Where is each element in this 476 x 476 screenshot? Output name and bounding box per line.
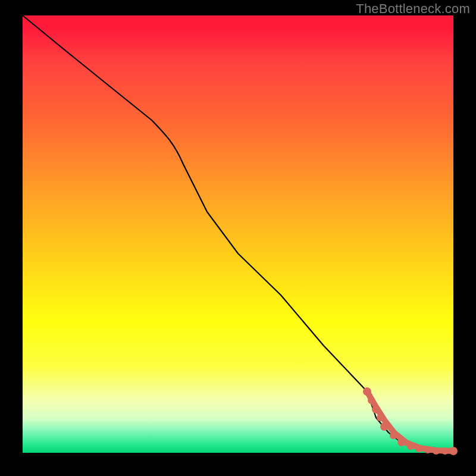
tail-dot <box>449 447 458 455</box>
tail-dot <box>433 447 440 455</box>
tail-cluster-stroke <box>367 392 453 451</box>
chart-root: TheBottleneck.com <box>0 0 476 476</box>
plot-area <box>23 15 453 453</box>
tail-dot <box>390 432 397 439</box>
tail-dot <box>380 422 389 431</box>
tail-dot <box>441 447 449 455</box>
bottleneck-curve <box>23 15 453 451</box>
tail-dot <box>377 414 384 421</box>
tail-dot <box>363 387 371 396</box>
watermark-label: TheBottleneck.com <box>356 1 470 17</box>
tail-dot <box>372 405 380 414</box>
tail-dot <box>407 443 414 450</box>
tail-dot <box>424 446 431 453</box>
tail-dots-group <box>363 387 458 455</box>
tail-dot <box>415 445 422 452</box>
plot-overlay <box>23 15 453 453</box>
tail-dot <box>397 438 406 446</box>
tail-dot <box>368 397 375 404</box>
